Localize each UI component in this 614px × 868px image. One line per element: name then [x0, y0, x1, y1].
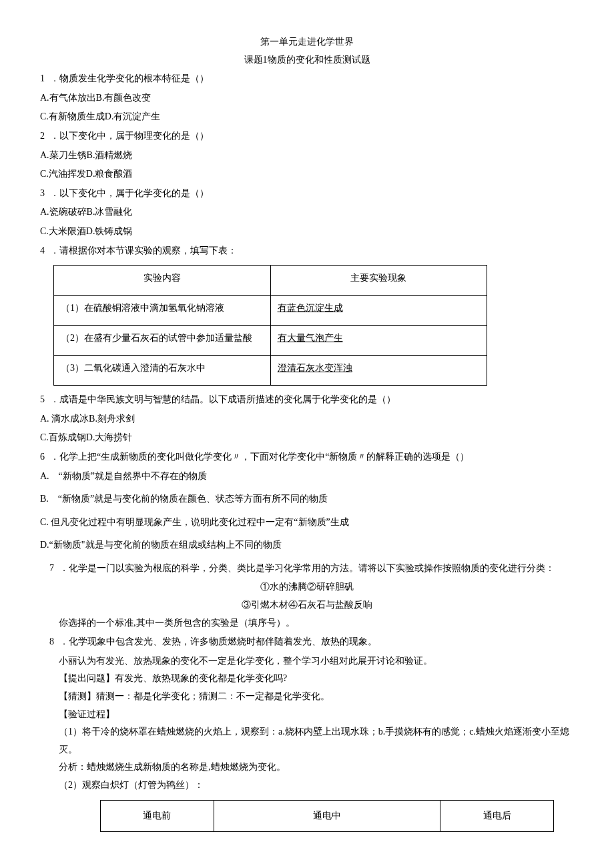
answer-underline: 有蓝色沉淀生成 [278, 303, 343, 313]
q6-text: ．化学上把“生成新物质的变化叫做化学变化〃，下面对化学变化中“新物质〃的解释正确… [50, 452, 469, 462]
q5-opt-ab: A. 滴水成冰B.刻舟求剑 [40, 410, 574, 428]
lamp-during: 通电中 [214, 800, 440, 832]
cell-phenomenon: 有蓝色沉淀生成 [270, 296, 487, 326]
q3: 3．以下变化中，属于化学变化的是（） [40, 185, 574, 203]
q2-opt-cd: C.汽油挥发D.粮食酿酒 [40, 165, 574, 183]
q5-opt-cd: C.百炼成钢D.大海捞针 [40, 429, 574, 447]
q6-opt-a: A. “新物质”就是自然界中不存在的物质 [40, 468, 574, 486]
table-row: （3）二氧化碳通入澄清的石灰水中 澄清石灰水变浑浊 [54, 356, 487, 386]
q3-opt-ab: A.瓷碗破碎B.冰雪融化 [40, 203, 574, 222]
q3-opt-cd: C.大米限酒D.铁铸成锅 [40, 223, 574, 241]
q7: 7．化学是一门以实验为根底的科学，分类、类比是学习化学常用的方法。请将以下实验或… [40, 560, 574, 578]
answer-underline: 有大量气泡产生 [278, 333, 343, 343]
q2: 2．以下变化中，属于物理变化的是（） [40, 127, 574, 145]
lamp-table: 通电前 通电中 通电后 [100, 800, 554, 833]
q8-p6: 分析：蜡烛燃烧生成新物质的名称是,蜡烛燃烧为变化。 [40, 759, 574, 777]
th-phenomenon: 主要实验现象 [270, 266, 487, 296]
q8-p5: （1）将干冷的烧杯罩在蜡烛燃烧的火焰上，观察到：a.烧杯内壁上出现水珠；b.手摸… [59, 723, 574, 759]
q5-text: ．成语是中华民族文明与智慧的结晶。以下成语所描述的变化属于化学变化的是（） [50, 394, 396, 404]
q8-p2: 【提出问题】有发光、放热现象的变化都是化学变化吗? [40, 670, 574, 688]
q8-p1: 小丽认为有发光、放热现象的变化不一定是化学变化，整个学习小组对此展开讨论和验证。 [40, 653, 574, 671]
cell-content: （3）二氧化碳通入澄清的石灰水中 [54, 356, 271, 386]
q7-items-1: ①水的沸腾②研碎胆矾 [40, 578, 574, 596]
q8-p7: （2）观察白炽灯（灯管为鸨丝）： [40, 777, 574, 795]
q8-text: ．化学现象中包含发光、发热，许多物质燃烧时都伴随着发光、放热的现象。 [59, 636, 377, 646]
table-row: （2）在盛有少量石灰石的试管中参加适量盐酸 有大量气泡产生 [54, 326, 487, 356]
cell-content: （1）在硫酸铜溶液中滴加氢氧化钠溶液 [54, 296, 271, 326]
q8-p3: 【猜测】猜测一：都是化学变化；猜测二：不一定都是化学变化。 [40, 688, 574, 706]
q4: 4．请根据你对本节课实验的观察，填写下表： [40, 242, 574, 260]
q7-num: 7 [49, 563, 54, 573]
q8-p4: 【验证过程】 [40, 706, 574, 724]
table-row: 通电前 通电中 通电后 [101, 800, 554, 832]
q1: 1．物质发生化学变化的根本特征是（） [40, 70, 574, 88]
q1-opt-ab: A.有气体放出B.有颜色改变 [40, 89, 574, 107]
q3-text: ．以下变化中，属于化学变化的是（） [50, 188, 209, 198]
q6: 6．化学上把“生成新物质的变化叫做化学变化〃，下面对化学变化中“新物质〃的解释正… [40, 448, 574, 466]
q1-text: ．物质发生化学变化的根本特征是（） [50, 73, 209, 83]
cell-phenomenon: 澄清石灰水变浑浊 [270, 356, 487, 386]
q6-num: 6 [40, 452, 45, 462]
cell-content: （2）在盛有少量石灰石的试管中参加适量盐酸 [54, 326, 271, 356]
q5: 5．成语是中华民族文明与智慧的结晶。以下成语所描述的变化属于化学变化的是（） [40, 391, 574, 409]
experiment-table: 实验内容 主要实验现象 （1）在硫酸铜溶液中滴加氢氧化钠溶液 有蓝色沉淀生成 （… [53, 265, 487, 386]
table-row: （1）在硫酸铜溶液中滴加氢氧化钠溶液 有蓝色沉淀生成 [54, 296, 487, 326]
lamp-before: 通电前 [101, 800, 214, 832]
cell-phenomenon: 有大量气泡产生 [270, 326, 487, 356]
q5-num: 5 [40, 394, 45, 404]
q6-opt-c: C. 但凡变化过程中有明显现象产生，说明此变化过程中一定有“新物质”生成 [40, 514, 574, 532]
q4-text: ．请根据你对本节课实验的观察，填写下表： [50, 246, 237, 256]
table-header-row: 实验内容 主要实验现象 [54, 266, 487, 296]
q8-num: 8 [49, 636, 54, 646]
lesson-title: 课题1物质的变化和性质测试题 [40, 51, 574, 69]
q6-opt-d: D.“新物质"就是与变化前的物质在组成或结构上不同的物质 [40, 536, 574, 554]
q6-opt-b: B. “新物质”就是与变化前的物质在颜色、状态等方面有所不同的物质 [40, 490, 574, 508]
q3-num: 3 [40, 188, 45, 198]
q8: 8．化学现象中包含发光、发热，许多物质燃烧时都伴随着发光、放热的现象。 [40, 633, 574, 651]
q1-opt-cd: C.有新物质生成D.有沉淀产生 [40, 108, 574, 126]
unit-title: 第一单元走进化学世界 [40, 33, 574, 51]
q7-items-2: ③引燃木材④石灰石与盐酸反响 [40, 596, 574, 614]
th-content: 实验内容 [54, 266, 271, 296]
q7-text: ．化学是一门以实验为根底的科学，分类、类比是学习化学常用的方法。请将以下实验或操… [59, 563, 555, 573]
q1-num: 1 [40, 73, 45, 83]
q4-num: 4 [40, 246, 45, 256]
q2-text: ．以下变化中，属于物理变化的是（） [50, 131, 209, 141]
answer-underline: 澄清石灰水变浑浊 [278, 363, 352, 373]
q2-opt-ab: A.菜刀生锈B.酒精燃烧 [40, 147, 574, 165]
lamp-after: 通电后 [440, 800, 554, 832]
q7-prompt: 你选择的一个标准,其中一类所包含的实验是（填序号）。 [40, 614, 574, 632]
q2-num: 2 [40, 131, 45, 141]
